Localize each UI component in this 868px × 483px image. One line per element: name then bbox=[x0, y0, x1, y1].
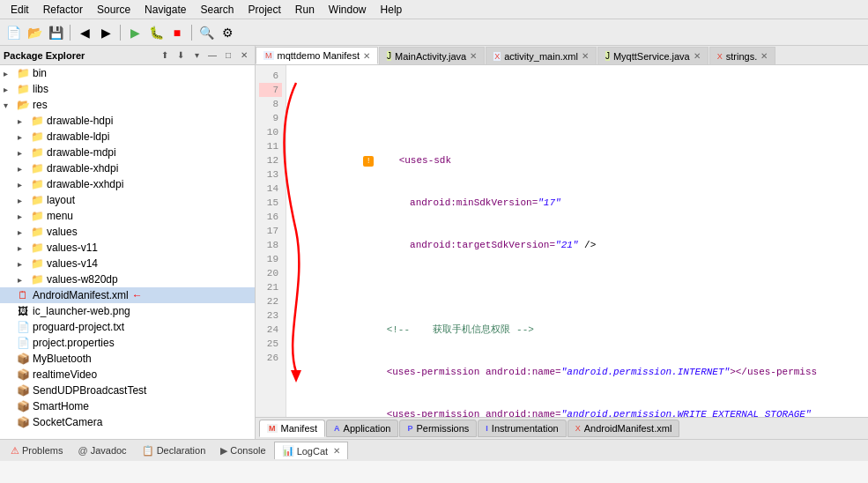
tab-strings[interactable]: X strings. ✕ bbox=[709, 47, 775, 64]
toolbar-search[interactable]: 🔍 bbox=[197, 23, 216, 42]
tree-item-res[interactable]: ▾ 📂 res bbox=[0, 97, 255, 113]
tab-activity-main[interactable]: X activity_main.xml ✕ bbox=[486, 47, 597, 64]
toolbar-settings[interactable]: ⚙ bbox=[218, 23, 237, 42]
tree-item-drawable-mdpi[interactable]: ▸ 📁 drawable-mdpi bbox=[0, 145, 255, 160]
menu-refactor[interactable]: Refactor bbox=[36, 2, 90, 18]
menu-navigate[interactable]: Navigate bbox=[137, 2, 193, 18]
sidebar-close-icon[interactable]: ✕ bbox=[237, 48, 251, 63]
tab-close-activity-main[interactable]: ✕ bbox=[582, 51, 589, 61]
ln-9: 9 bbox=[259, 111, 282, 125]
tree-item-drawable-xxhdpi[interactable]: ▸ 📁 drawable-xxhdpi bbox=[0, 176, 255, 192]
tab-label-mainactivity: MainActivity.java bbox=[395, 51, 466, 62]
tree-item-sendudp[interactable]: 📦 SendUDPBroadcastTest bbox=[0, 383, 255, 398]
tree-item-mybluetooth[interactable]: 📦 MyBluetooth bbox=[0, 351, 255, 367]
tree-item-realtimevideo[interactable]: 📦 realtimeVideo bbox=[0, 367, 255, 383]
code-area[interactable]: 6 7 8 9 10 11 12 13 14 15 16 17 18 19 20… bbox=[256, 65, 868, 417]
tree-arrow-res: ▾ bbox=[4, 100, 16, 110]
tree-item-drawable-ldpi[interactable]: ▸ 📁 drawable-ldpi bbox=[0, 129, 255, 145]
toolbar-stop[interactable]: ■ bbox=[167, 23, 187, 42]
logcat-close-icon[interactable]: ✕ bbox=[333, 446, 340, 456]
folder-icon-layout: 📁 bbox=[30, 194, 44, 206]
tree-item-libs[interactable]: ▸ 📁 libs bbox=[0, 81, 255, 97]
status-tab-problems[interactable]: ⚠ Problems bbox=[4, 442, 70, 459]
bottom-tab-instrumentation[interactable]: I Instrumentation bbox=[478, 420, 566, 437]
menu-search[interactable]: Search bbox=[193, 2, 241, 18]
tree-arrow-values-v11: ▸ bbox=[18, 243, 30, 253]
line-numbers: 6 7 8 9 10 11 12 13 14 15 16 17 18 19 20… bbox=[256, 65, 286, 417]
sidebar-minimize-icon[interactable]: — bbox=[205, 48, 219, 63]
tree-item-smarthome[interactable]: 📦 SmartHome bbox=[0, 398, 255, 414]
sidebar-maximize-icon[interactable]: □ bbox=[221, 48, 235, 63]
tree-item-project-props[interactable]: 📄 project.properties bbox=[0, 335, 255, 351]
bottom-tab-manifest[interactable]: M Manifest bbox=[259, 420, 325, 437]
toolbar-open[interactable]: 📂 bbox=[25, 23, 44, 42]
toolbar-debug[interactable]: 🐛 bbox=[146, 23, 166, 42]
manifest-tabs: M Manifest A Application P Permissions I… bbox=[256, 417, 868, 439]
menu-window[interactable]: Window bbox=[322, 2, 374, 18]
ln-8: 8 bbox=[259, 97, 282, 111]
tab-myqttservice[interactable]: J MyqttService.java ✕ bbox=[597, 47, 708, 64]
tree-item-bin[interactable]: ▸ 📁 bin bbox=[0, 65, 255, 81]
tab-close-mqttdemo[interactable]: ✕ bbox=[363, 51, 370, 61]
toolbar-save[interactable]: 💾 bbox=[46, 23, 65, 42]
project-icon-mybluetooth: 📦 bbox=[16, 353, 30, 365]
bottom-tab-manifest-label: Manifest bbox=[281, 423, 318, 434]
status-tab-console[interactable]: ▶ Console bbox=[213, 442, 272, 459]
toolbar-new[interactable]: 📄 bbox=[4, 23, 23, 42]
status-tab-javadoc[interactable]: @ Javadoc bbox=[70, 442, 133, 459]
status-tab-declaration[interactable]: 📋 Declaration bbox=[135, 442, 213, 459]
toolbar-next[interactable]: ▶ bbox=[96, 23, 115, 42]
tab-mainactivity[interactable]: J MainActivity.java ✕ bbox=[379, 47, 485, 64]
menu-bar: Edit Refactor Source Navigate Search Pro… bbox=[0, 0, 868, 19]
bottom-tab-permissions[interactable]: P Permissions bbox=[399, 420, 477, 437]
tab-icon-activity-main: X bbox=[493, 52, 501, 61]
status-tab-logcat[interactable]: 📊 LogCat ✕ bbox=[274, 442, 348, 459]
tree-label-menu: menu bbox=[47, 210, 73, 222]
tab-label-strings: strings. bbox=[726, 51, 757, 62]
tree-item-drawable-hdpi[interactable]: ▸ 📁 drawable-hdpi bbox=[0, 113, 255, 129]
bottom-tab-androidmanifest-icon: X bbox=[575, 424, 581, 433]
tree-item-proguard[interactable]: 📄 proguard-project.txt bbox=[0, 319, 255, 335]
sidebar-expand-icon[interactable]: ⬇ bbox=[174, 48, 188, 63]
menu-help[interactable]: Help bbox=[374, 2, 410, 18]
tree-arrow-layout: ▸ bbox=[18, 196, 30, 205]
tree-arrow-drawable-xhdpi: ▸ bbox=[18, 164, 30, 174]
sidebar-menu-icon[interactable]: ▾ bbox=[189, 48, 204, 63]
bottom-tab-application[interactable]: A Application bbox=[326, 420, 398, 437]
sidebar-title: Package Explorer bbox=[4, 50, 158, 61]
annotation-arrow: ← bbox=[132, 289, 143, 301]
menu-source[interactable]: Source bbox=[90, 2, 137, 18]
tree-item-values-w820dp[interactable]: ▸ 📁 values-w820dp bbox=[0, 271, 255, 287]
folder-icon-drawable-xxhdpi: 📁 bbox=[30, 178, 44, 190]
tree-item-values[interactable]: ▸ 📁 values bbox=[0, 224, 255, 240]
tab-close-myqttservice[interactable]: ✕ bbox=[694, 51, 701, 61]
tree-item-menu[interactable]: ▸ 📁 menu bbox=[0, 208, 255, 224]
sidebar-collapse-icon[interactable]: ⬆ bbox=[158, 48, 172, 63]
ln-17: 17 bbox=[259, 224, 282, 238]
tree-item-drawable-xhdpi[interactable]: ▸ 📁 drawable-xhdpi bbox=[0, 160, 255, 176]
tree-item-layout[interactable]: ▸ 📁 layout bbox=[0, 192, 255, 208]
toolbar-sep1 bbox=[70, 25, 70, 41]
tree-arrow-drawable-mdpi: ▸ bbox=[18, 148, 30, 158]
menu-project[interactable]: Project bbox=[241, 2, 287, 18]
bottom-tab-permissions-icon: P bbox=[407, 424, 412, 433]
toolbar-run[interactable]: ▶ bbox=[125, 23, 145, 42]
menu-run[interactable]: Run bbox=[288, 2, 322, 18]
tree-item-iclauncher[interactable]: 🖼 ic_launcher-web.png bbox=[0, 303, 255, 319]
tree-item-socketcamera[interactable]: 📦 SocketCamera bbox=[0, 414, 255, 430]
tree-label-drawable-xhdpi: drawable-xhdpi bbox=[47, 162, 118, 175]
tree-item-values-v14[interactable]: ▸ 📁 values-v14 bbox=[0, 256, 255, 271]
folder-icon-drawable-mdpi: 📁 bbox=[30, 146, 44, 159]
code-content: 6 7 8 9 10 11 12 13 14 15 16 17 18 19 20… bbox=[256, 65, 868, 417]
toolbar-prev[interactable]: ◀ bbox=[75, 23, 94, 42]
menu-edit[interactable]: Edit bbox=[4, 2, 36, 18]
tree-item-values-v11[interactable]: ▸ 📁 values-v11 bbox=[0, 240, 255, 256]
bottom-tab-androidmanifest-xml[interactable]: X AndroidManifest.xml bbox=[568, 420, 680, 437]
tab-mqttdemo-manifest[interactable]: M mqttdemo Manifest ✕ bbox=[256, 47, 378, 64]
tree-item-androidmanifest[interactable]: 🗒 AndroidManifest.xml ← bbox=[0, 287, 255, 303]
bottom-tab-instrumentation-icon: I bbox=[486, 424, 488, 433]
tab-close-strings[interactable]: ✕ bbox=[760, 51, 768, 61]
warning-icon-7: ! bbox=[363, 156, 374, 167]
ln-22: 22 bbox=[259, 294, 282, 308]
tab-close-mainactivity[interactable]: ✕ bbox=[470, 51, 477, 61]
